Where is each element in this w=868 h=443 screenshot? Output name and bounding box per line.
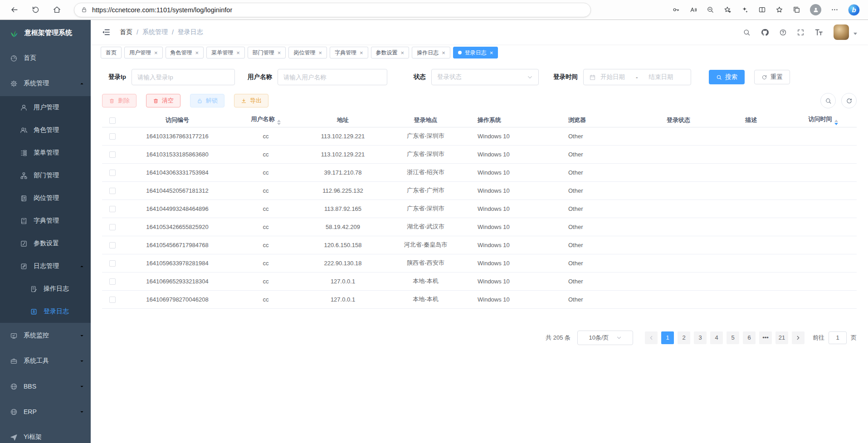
sidebar-item-menu-management[interactable]: 菜单管理 — [0, 141, 91, 164]
delete-button[interactable]: 删除 — [102, 94, 137, 107]
close-icon[interactable]: × — [154, 50, 158, 56]
tab-param-settings[interactable]: 参数设置× — [371, 47, 410, 58]
tab-menu-management[interactable]: 菜单管理× — [206, 47, 245, 58]
sidebar-item-operation-log[interactable]: 操作日志 — [0, 277, 91, 300]
column-visit-time[interactable]: 访问时间 — [790, 113, 857, 127]
zoom-out-icon[interactable] — [707, 6, 714, 14]
address-bar[interactable]: https://ccnetcore.com:1101/system/log/lo… — [74, 3, 591, 17]
page-button-6[interactable]: 6 — [743, 331, 756, 344]
sidebar-item-log-management[interactable]: 日志管理 — [0, 255, 91, 277]
back-icon[interactable] — [10, 5, 19, 14]
end-date-placeholder[interactable]: 结束日期 — [649, 73, 673, 81]
breadcrumb-home[interactable]: 首页 — [120, 28, 132, 36]
table-row[interactable]: 1641031533185863680cc113.102.129.221广东省-… — [102, 145, 857, 163]
split-screen-icon[interactable] — [758, 6, 766, 14]
github-icon[interactable] — [761, 28, 769, 37]
sidebar-item-system-monitor[interactable]: 系统监控 — [0, 323, 91, 348]
reset-button[interactable]: 重置 — [754, 70, 790, 84]
table-row[interactable]: 1641044520567181312cc112.96.225.132广东省-广… — [102, 181, 857, 200]
table-row[interactable]: 1641031367863177216cc113.102.129.221广东省-… — [102, 127, 857, 145]
search-button[interactable]: 搜索 — [709, 70, 745, 84]
font-size-icon[interactable] — [814, 28, 824, 37]
user-avatar[interactable] — [834, 24, 849, 40]
sidebar-item-yi-framework[interactable]: Yi框架 — [0, 424, 91, 443]
tab-user-management[interactable]: 用户管理× — [124, 47, 163, 58]
sidebar-item-system-management[interactable]: 系统管理 — [0, 71, 91, 96]
profile-icon[interactable] — [810, 4, 821, 15]
reload-icon[interactable] — [31, 5, 40, 14]
row-checkbox[interactable] — [109, 224, 116, 230]
user-name-input[interactable] — [278, 69, 387, 85]
tab-home[interactable]: 首页 — [101, 47, 122, 58]
table-row[interactable]: 1641069798270046208cc127.0.0.1本地-本机Windo… — [102, 290, 857, 308]
read-aloud-icon[interactable] — [689, 6, 697, 14]
more-pages-button[interactable]: ••• — [759, 331, 772, 344]
tab-dept-management[interactable]: 部门管理× — [248, 47, 286, 58]
page-button-1[interactable]: 1 — [661, 331, 674, 344]
sidebar-item-system-tools[interactable]: 系统工具 — [0, 348, 91, 374]
page-button-21[interactable]: 21 — [775, 331, 788, 344]
sidebar-item-role-management[interactable]: 角色管理 — [0, 119, 91, 141]
page-button-5[interactable]: 5 — [727, 331, 739, 344]
table-row[interactable]: 1641059633978281984cc222.90.130.18陕西省-西安… — [102, 254, 857, 272]
row-checkbox[interactable] — [109, 297, 116, 303]
sort-icon[interactable] — [277, 120, 281, 125]
sidebar-item-erp[interactable]: ERP — [0, 399, 91, 424]
sidebar-item-user-management[interactable]: 用户管理 — [0, 96, 91, 119]
row-checkbox[interactable] — [109, 206, 116, 212]
page-button-4[interactable]: 4 — [710, 331, 723, 344]
page-button-3[interactable]: 3 — [694, 331, 707, 344]
prev-page-button[interactable] — [645, 331, 658, 344]
sidebar-item-param-settings[interactable]: 参数设置 — [0, 232, 91, 255]
login-time-range[interactable]: 开始日期 - 结束日期 — [583, 69, 691, 85]
add-favorite-icon[interactable] — [724, 6, 731, 14]
row-checkbox[interactable] — [109, 151, 116, 158]
column-user-name[interactable]: 用户名称 — [232, 113, 300, 127]
sort-icon[interactable] — [834, 120, 838, 125]
lock-icon[interactable] — [81, 6, 88, 13]
sidebar-item-dict-management[interactable]: 字典管理 — [0, 209, 91, 232]
close-icon[interactable]: × — [401, 50, 405, 56]
refresh-table-button[interactable] — [841, 93, 857, 108]
url-text[interactable]: https://ccnetcore.com:1101/system/log/lo… — [92, 6, 232, 14]
copilot-icon[interactable]: b — [848, 4, 860, 16]
sidebar-fold-icon[interactable] — [102, 28, 111, 37]
page-button-2[interactable]: 2 — [678, 331, 690, 344]
settings-dots-icon[interactable] — [831, 6, 839, 14]
close-icon[interactable]: × — [442, 50, 445, 56]
row-checkbox[interactable] — [109, 170, 116, 176]
close-icon[interactable]: × — [195, 50, 199, 56]
sidebar-item-bbs[interactable]: BBS — [0, 374, 91, 399]
sidebar-item-login-log[interactable]: 登录日志 — [0, 300, 91, 323]
fullscreen-icon[interactable] — [797, 29, 805, 36]
row-checkbox[interactable] — [109, 188, 116, 194]
start-date-placeholder[interactable]: 开始日期 — [600, 73, 625, 81]
row-checkbox[interactable] — [109, 242, 116, 248]
row-checkbox[interactable] — [109, 278, 116, 285]
close-icon[interactable]: × — [278, 50, 281, 56]
collections-icon[interactable] — [793, 6, 800, 14]
login-ip-input[interactable] — [132, 69, 235, 85]
export-button[interactable]: 导出 — [234, 94, 268, 107]
page-size-select[interactable]: 10条/页 — [577, 331, 633, 345]
tab-post-management[interactable]: 岗位管理× — [288, 47, 327, 58]
help-icon[interactable] — [779, 29, 787, 36]
show-search-button[interactable] — [820, 93, 836, 108]
next-page-button[interactable] — [792, 331, 805, 344]
status-select[interactable]: 登录状态 — [431, 69, 539, 85]
sidebar-item-home[interactable]: 首页 — [0, 45, 91, 71]
row-checkbox[interactable] — [109, 260, 116, 267]
search-icon[interactable] — [743, 29, 751, 36]
close-icon[interactable]: × — [490, 50, 493, 56]
tab-operation-log[interactable]: 操作日志× — [412, 47, 450, 58]
sidebar-item-dept-management[interactable]: 部门管理 — [0, 164, 91, 187]
key-icon[interactable] — [672, 6, 680, 14]
table-row[interactable]: 1641054566717984768cc120.6.150.158河北省-秦皇… — [102, 236, 857, 254]
close-icon[interactable]: × — [360, 50, 363, 56]
browser-essentials-icon[interactable] — [741, 6, 749, 14]
chevron-down-icon[interactable] — [853, 33, 857, 37]
close-icon[interactable]: × — [236, 50, 240, 56]
clear-button[interactable]: 清空 — [146, 94, 180, 107]
row-checkbox[interactable] — [109, 133, 116, 140]
select-all-checkbox[interactable] — [109, 117, 116, 124]
